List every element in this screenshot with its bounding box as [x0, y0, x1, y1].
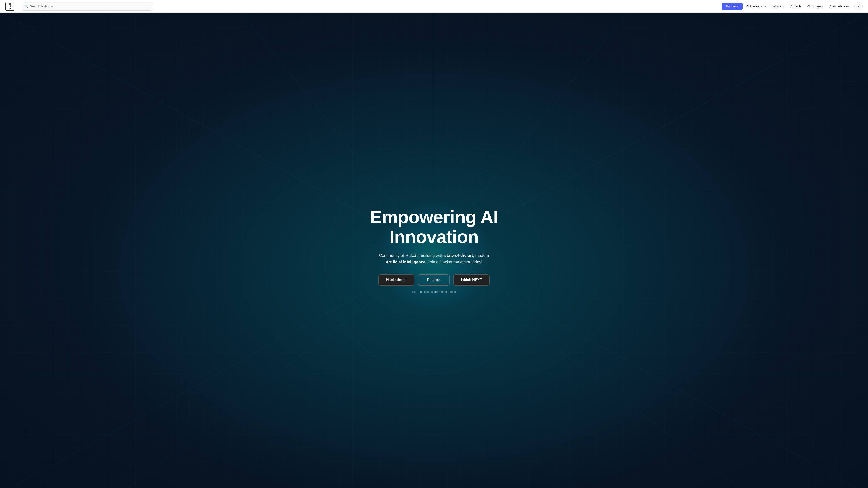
- hero-note: Psst.. all events are free to attend: [337, 290, 531, 293]
- subtitle-mid: , modern: [473, 253, 489, 258]
- nav-link-ai-accelerator[interactable]: AI Accelerator: [827, 3, 852, 10]
- svg-point-0: [858, 5, 860, 6]
- search-icon: 🔍: [24, 4, 28, 8]
- subtitle-bold1: state-of-the-art: [444, 253, 473, 258]
- user-avatar[interactable]: [855, 2, 863, 10]
- discord-button[interactable]: Discord: [418, 274, 450, 286]
- sponsor-button[interactable]: Sponsor: [721, 3, 743, 10]
- subtitle-suffix: . Join a Hackathon event today!: [426, 260, 483, 264]
- hero-section: Empowering AI Innovation Community of Ma…: [0, 13, 868, 488]
- hackathons-button[interactable]: Hackathons: [378, 274, 414, 286]
- search-input[interactable]: [22, 2, 153, 11]
- hero-subtitle: Community of Makers, building with state…: [337, 252, 531, 265]
- lablab-next-button[interactable]: lablab NEXT: [453, 274, 490, 286]
- subtitle-bold2: Artificial Intelligence: [385, 260, 426, 264]
- nav-link-ai-tech[interactable]: AI Tech: [787, 3, 803, 10]
- navbar: lablabai 🔍 Sponsor AI Hackathons AI Apps…: [0, 0, 868, 13]
- hero-content: Empowering AI Innovation Community of Ma…: [332, 207, 536, 294]
- nav-link-ai-tutorials[interactable]: AI Tutorials: [804, 3, 826, 10]
- search-container: 🔍: [22, 2, 153, 11]
- nav-links: Sponsor AI Hackathons AI Apps AI Tech AI…: [721, 2, 863, 10]
- hero-buttons: Hackathons Discord lablab NEXT: [337, 274, 531, 286]
- subtitle-prefix: Community of Makers, building with: [379, 253, 444, 258]
- nav-link-ai-hackathons[interactable]: AI Hackathons: [743, 3, 770, 10]
- logo[interactable]: lablabai: [5, 2, 14, 11]
- logo-box: lablabai: [5, 2, 14, 11]
- hero-title: Empowering AI Innovation: [337, 207, 531, 247]
- nav-link-ai-apps[interactable]: AI Apps: [770, 3, 786, 10]
